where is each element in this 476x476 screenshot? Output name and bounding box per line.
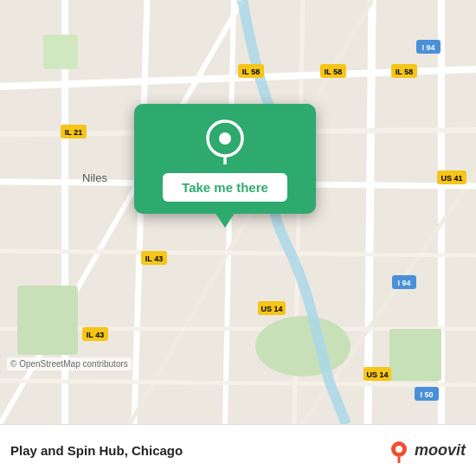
- location-pin-icon: [203, 119, 248, 164]
- svg-point-49: [219, 132, 231, 145]
- svg-text:US 14: US 14: [366, 370, 388, 379]
- moovit-pin-icon: [387, 439, 411, 463]
- map-attribution: © OpenStreetMap contributors: [7, 357, 132, 370]
- svg-text:US 41: US 41: [441, 174, 462, 183]
- svg-text:I 94: I 94: [397, 279, 410, 287]
- take-me-there-button[interactable]: Take me there: [163, 173, 287, 202]
- popup-card: Take me there: [134, 104, 316, 214]
- bottom-bar: Play and Spin Hub, Chicago moovit: [0, 424, 476, 476]
- svg-rect-20: [389, 329, 441, 381]
- map-container: IL 21 US 14 IL 58 IL 58 IL 58 I 94 US 41…: [0, 0, 476, 424]
- moovit-logo: moovit: [387, 439, 466, 463]
- svg-text:I 50: I 50: [420, 390, 433, 399]
- svg-text:IL 58: IL 58: [396, 68, 413, 76]
- svg-text:IL 43: IL 43: [145, 254, 163, 263]
- svg-text:IL 58: IL 58: [325, 68, 342, 76]
- svg-text:US 14: US 14: [261, 305, 282, 313]
- svg-rect-18: [17, 286, 78, 355]
- place-name: Play and Spin Hub, Chicago: [10, 443, 183, 458]
- svg-text:I 94: I 94: [421, 43, 434, 52]
- svg-text:IL 43: IL 43: [87, 331, 104, 339]
- svg-point-19: [255, 316, 351, 376]
- svg-point-51: [396, 446, 402, 453]
- svg-rect-17: [43, 35, 78, 69]
- svg-text:Niles: Niles: [82, 171, 107, 184]
- moovit-brand-text: moovit: [415, 441, 466, 460]
- svg-text:IL 58: IL 58: [242, 68, 260, 76]
- svg-line-6: [368, 0, 372, 424]
- svg-text:IL 21: IL 21: [65, 128, 82, 137]
